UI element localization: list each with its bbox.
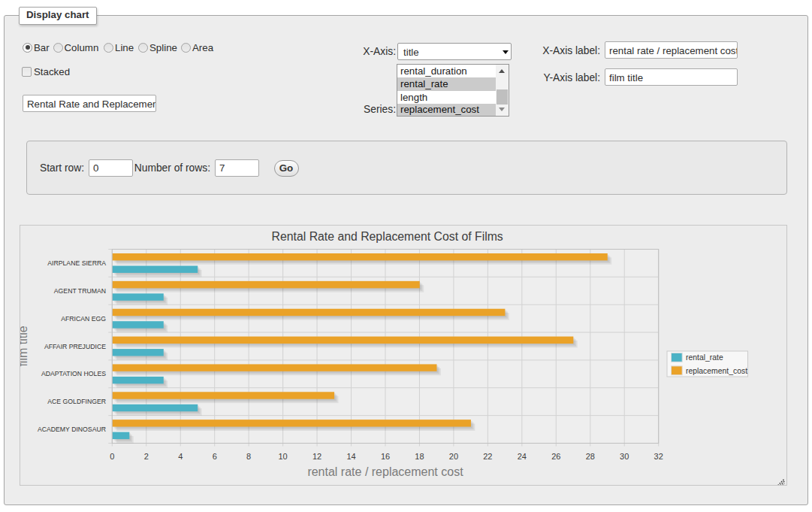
svg-text:rental rate / replacement cost: rental rate / replacement cost [307, 465, 463, 478]
svg-text:ADAPTATION HOLES: ADAPTATION HOLES [41, 370, 106, 377]
svg-text:replacement_cost: replacement_cost [686, 367, 747, 375]
svg-text:14: 14 [346, 452, 355, 461]
svg-text:AIRPLANE SIERRA: AIRPLANE SIERRA [47, 259, 106, 267]
svg-text:ACADEMY DINOSAUR: ACADEMY DINOSAUR [38, 426, 106, 433]
svg-text:film title: film title [20, 326, 29, 366]
svg-text:12: 12 [312, 452, 321, 461]
svg-text:32: 32 [654, 452, 663, 461]
svg-text:AFFAIR PREJUDICE: AFFAIR PREJUDICE [44, 343, 106, 350]
svg-text:6: 6 [213, 452, 217, 461]
svg-text:Rental Rate and Replacement Co: Rental Rate and Replacement Cost of Film… [272, 230, 503, 243]
svg-text:10: 10 [278, 452, 287, 461]
svg-text:rental_rate: rental_rate [686, 353, 723, 362]
svg-text:0: 0 [110, 452, 114, 461]
svg-text:AFRICAN EGG: AFRICAN EGG [61, 315, 106, 323]
svg-text:4: 4 [178, 452, 183, 461]
svg-text:26: 26 [551, 452, 560, 461]
svg-text:30: 30 [620, 452, 629, 461]
svg-text:16: 16 [381, 452, 390, 461]
svg-text:20: 20 [449, 452, 458, 461]
svg-text:24: 24 [518, 452, 527, 461]
svg-text:AGENT TRUMAN: AGENT TRUMAN [54, 287, 106, 295]
svg-text:8: 8 [246, 452, 251, 461]
svg-text:2: 2 [144, 452, 149, 461]
svg-text:18: 18 [415, 452, 424, 461]
svg-text:ACE GOLDFINGER: ACE GOLDFINGER [47, 398, 106, 405]
svg-text:28: 28 [586, 452, 595, 461]
svg-text:22: 22 [483, 452, 492, 461]
